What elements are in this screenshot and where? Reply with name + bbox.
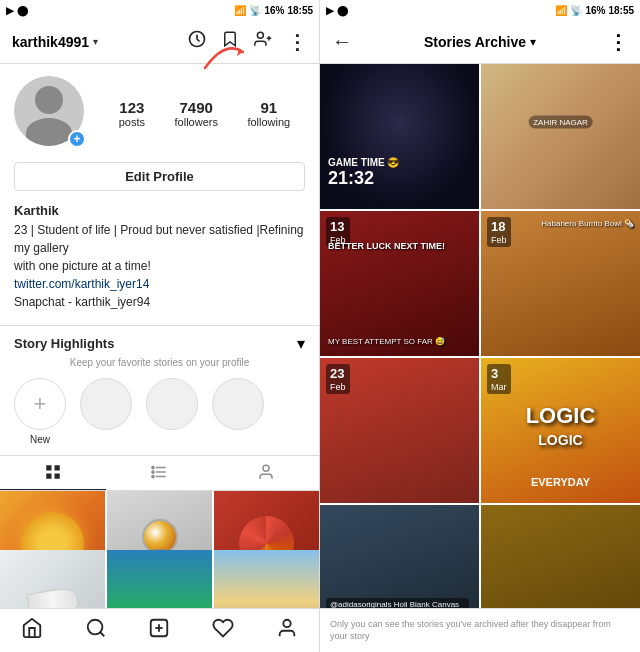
- highlights-chevron-icon[interactable]: ▾: [297, 334, 305, 353]
- bio-line2: with one picture at a time!: [14, 257, 305, 275]
- stories-title-area: Stories Archive ▾: [424, 34, 536, 50]
- avatar-wrap: +: [14, 76, 88, 150]
- stat-posts[interactable]: 123 posts: [119, 99, 145, 128]
- right-status-bar: ▶ ⬤ 📶 📡 16% 18:55: [320, 0, 640, 20]
- tab-tagged[interactable]: [213, 456, 319, 490]
- grid-cell-5[interactable]: [107, 550, 212, 608]
- svg-point-15: [263, 465, 269, 471]
- username-text: karthik4991: [12, 34, 89, 50]
- story-6-month: Mar: [491, 382, 507, 392]
- top-nav-left: karthik4991 ▾ ⋮: [0, 20, 319, 64]
- nav-home[interactable]: [21, 617, 43, 645]
- story-cell-1[interactable]: GAME TIME 😎 21:32: [320, 64, 479, 209]
- right-wifi: 📡: [570, 5, 582, 16]
- back-button[interactable]: ←: [332, 30, 352, 53]
- highlight-circle-1[interactable]: [80, 378, 132, 445]
- highlights-circles: + New: [0, 374, 319, 449]
- top-nav-right: ← Stories Archive ▾ ⋮: [320, 20, 640, 64]
- nav-likes[interactable]: [212, 617, 234, 645]
- story-5-month: Feb: [330, 382, 346, 392]
- username-area[interactable]: karthik4991 ▾: [12, 34, 98, 50]
- avatar-body: [26, 118, 72, 146]
- posts-count: 123: [119, 99, 144, 116]
- game-time-value: 21:32: [328, 168, 374, 188]
- svg-line-17: [100, 632, 104, 636]
- following-label: following: [247, 116, 290, 128]
- highlight-circle-3[interactable]: [212, 378, 264, 445]
- stat-following[interactable]: 91 following: [247, 99, 290, 128]
- grid-cell-4[interactable]: [0, 550, 105, 608]
- left-panel: ▶ ⬤ 📶 📡 16% 18:55 karthik4991 ▾: [0, 0, 320, 652]
- bio-link2: Snapchat - karthik_iyer94: [14, 293, 305, 311]
- tab-bar: [0, 455, 319, 491]
- avatar-head: [35, 86, 63, 114]
- my-best-attempt-text: MY BEST ATTEMPT SO FAR 😅: [328, 337, 445, 346]
- archive-info-text: Only you can see the stories you've arch…: [330, 619, 630, 642]
- add-highlight-button[interactable]: +: [14, 378, 66, 430]
- better-luck-text: BETTER LUCK NEXT TIME!: [328, 241, 445, 251]
- svg-point-16: [87, 619, 102, 634]
- nav-profile[interactable]: [276, 617, 298, 645]
- story-cell-2[interactable]: ZAHIR NAGAR: [481, 64, 640, 209]
- more-options-icon[interactable]: ⋮: [287, 30, 307, 54]
- story-cell-6[interactable]: 3 Mar LOGICLOGIC EVERYDAY: [481, 358, 640, 503]
- story-4-month: Feb: [491, 235, 507, 245]
- avatar-add-button[interactable]: +: [68, 130, 86, 148]
- svg-rect-8: [55, 474, 60, 479]
- tab-list[interactable]: [106, 456, 212, 490]
- story-cell-4[interactable]: 18 Feb Habanero Burrito Bowl 🌯: [481, 211, 640, 356]
- left-status-icons: ▶ ⬤: [6, 5, 28, 16]
- highlight-circle-bubble-2[interactable]: [146, 378, 198, 430]
- everyday-text: EVERYDAY: [531, 476, 590, 488]
- highlight-circle-2[interactable]: [146, 378, 198, 445]
- nav-add[interactable]: [148, 617, 170, 645]
- right-signal: 📶: [555, 5, 567, 16]
- game-time-text: GAME TIME 😎 21:32: [328, 156, 399, 189]
- left-wifi: 📡: [249, 5, 261, 16]
- highlight-new[interactable]: + New: [14, 378, 66, 445]
- grid-cell-6[interactable]: [214, 550, 319, 608]
- story-grid-container: GAME TIME 😎 21:32 ZAHIR NAGAR 13 Feb BET…: [320, 64, 640, 608]
- highlight-circle-bubble-3[interactable]: [212, 378, 264, 430]
- story-5-day: 23: [330, 366, 346, 382]
- edit-profile-button[interactable]: Edit Profile: [14, 162, 305, 191]
- svg-rect-6: [55, 465, 60, 470]
- story-cell-7[interactable]: @adidasoriginals Holi Blank Canvas launc…: [320, 505, 479, 608]
- habanero-text: Habanero Burrito Bowl 🌯: [541, 219, 634, 228]
- highlight-circle-bubble-1[interactable]: [80, 378, 132, 430]
- story-4-day: 18: [491, 219, 507, 235]
- svg-rect-5: [46, 465, 51, 470]
- story-cell-8[interactable]: LEGO SATURDAY: [481, 505, 640, 608]
- right-battery-percent: 16%: [585, 5, 605, 16]
- svg-point-14: [152, 475, 154, 477]
- bio-area: Karthik 23 | Student of life | Proud but…: [14, 201, 305, 311]
- profile-top: + 123 posts 7490 followers 91 following: [14, 76, 305, 150]
- game-time-label: GAME TIME 😎: [328, 157, 399, 168]
- story-5-date: 23 Feb: [326, 364, 350, 394]
- highlights-header: Story Highlights ▾: [0, 334, 319, 357]
- profile-section: + 123 posts 7490 followers 91 following …: [0, 64, 319, 325]
- nav-search[interactable]: [85, 617, 107, 645]
- highlights-subtitle: Keep your favorite stories on your profi…: [0, 357, 319, 374]
- bio-name: Karthik: [14, 201, 305, 221]
- tab-grid[interactable]: [0, 456, 106, 490]
- new-highlight-label: New: [30, 434, 50, 445]
- svg-point-13: [152, 471, 154, 473]
- followers-count: 7490: [180, 99, 213, 116]
- bio-link1[interactable]: twitter.com/karthik_iyer14: [14, 275, 305, 293]
- svg-point-21: [283, 619, 290, 626]
- left-battery-percent: 16%: [264, 5, 284, 16]
- dropdown-icon[interactable]: ▾: [93, 36, 98, 47]
- add-person-icon[interactable]: [253, 30, 273, 53]
- stories-title-chevron-icon: ▾: [530, 35, 536, 49]
- story-cell-3[interactable]: 13 Feb BETTER LUCK NEXT TIME! MY BEST AT…: [320, 211, 479, 356]
- right-time: 18:55: [608, 5, 634, 16]
- posts-label: posts: [119, 116, 145, 128]
- stats-area: 123 posts 7490 followers 91 following: [104, 99, 305, 128]
- svg-point-2: [257, 32, 263, 38]
- more-options-right-icon[interactable]: ⋮: [608, 30, 628, 54]
- stat-followers[interactable]: 7490 followers: [175, 99, 218, 128]
- svg-point-12: [152, 466, 154, 468]
- missed-text: @adidasoriginals Holi Blank Canvas launc…: [326, 598, 469, 608]
- story-cell-5[interactable]: 23 Feb: [320, 358, 479, 503]
